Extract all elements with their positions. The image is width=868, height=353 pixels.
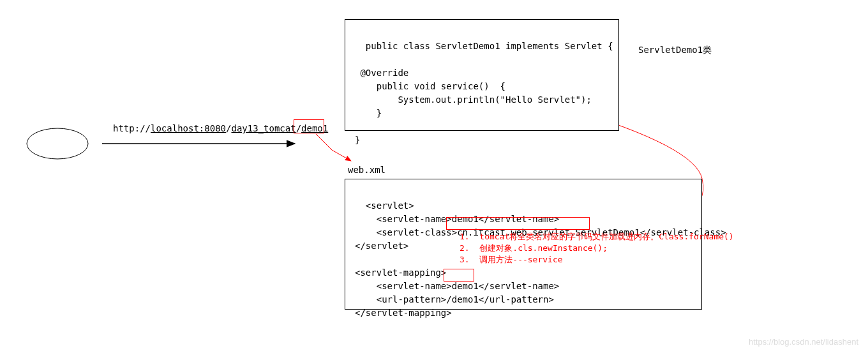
url-host: localhost:8080: [151, 123, 226, 133]
servlet-code-box: public class ServletDemo1 implements Ser…: [345, 19, 619, 131]
client-ellipse: [27, 128, 88, 159]
class-label: ServletDemo1类: [638, 45, 712, 56]
red-notes: 1. tomcat将全类名对应的字节码文件加载进内存。Class.forName…: [460, 231, 734, 266]
watermark: https://blog.csdn.net/lidashent: [749, 337, 858, 347]
servlet-class-highlight: [446, 217, 590, 230]
url-prefix: http://: [113, 123, 151, 133]
url-to-webxml-arrow: [316, 134, 351, 161]
demo1-url-highlight: [294, 119, 324, 133]
webxml-label: web.xml: [348, 165, 385, 175]
url-path1: day13_tomcat: [231, 123, 296, 133]
url-pattern-highlight: [444, 269, 474, 282]
servlet-code-text: public class ServletDemo1 implements Ser…: [355, 41, 613, 145]
